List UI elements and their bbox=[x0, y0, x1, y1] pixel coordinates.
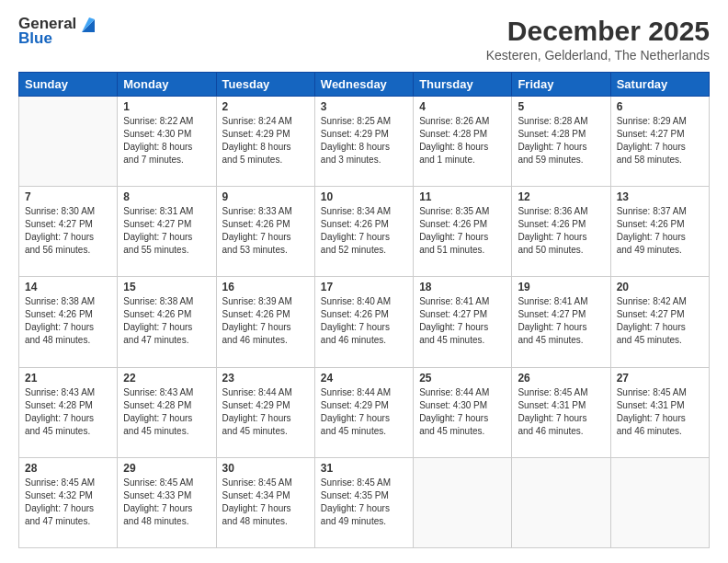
calendar-cell: 17Sunrise: 8:40 AM Sunset: 4:26 PM Dayli… bbox=[314, 277, 413, 367]
calendar-cell: 29Sunrise: 8:45 AM Sunset: 4:33 PM Dayli… bbox=[118, 457, 216, 547]
calendar-cell: 30Sunrise: 8:45 AM Sunset: 4:34 PM Dayli… bbox=[216, 457, 314, 547]
day-header-monday: Monday bbox=[118, 73, 216, 97]
day-info: Sunrise: 8:28 AM Sunset: 4:28 PM Dayligh… bbox=[518, 115, 604, 167]
day-header-tuesday: Tuesday bbox=[216, 73, 314, 97]
day-info: Sunrise: 8:43 AM Sunset: 4:28 PM Dayligh… bbox=[25, 386, 111, 438]
day-header-thursday: Thursday bbox=[414, 73, 512, 97]
logo-blue-text: Blue bbox=[18, 29, 52, 48]
day-number: 4 bbox=[419, 100, 506, 113]
main-title: December 2025 bbox=[486, 15, 710, 48]
day-number: 23 bbox=[222, 372, 309, 385]
day-info: Sunrise: 8:41 AM Sunset: 4:27 PM Dayligh… bbox=[419, 295, 506, 347]
logo: General Blue bbox=[18, 15, 95, 48]
day-number: 29 bbox=[123, 462, 210, 475]
day-info: Sunrise: 8:29 AM Sunset: 4:27 PM Dayligh… bbox=[617, 115, 703, 167]
calendar-cell bbox=[610, 457, 709, 547]
calendar-cell: 13Sunrise: 8:37 AM Sunset: 4:26 PM Dayli… bbox=[610, 187, 709, 277]
day-number: 9 bbox=[222, 190, 309, 203]
day-number: 13 bbox=[617, 190, 703, 203]
calendar-cell bbox=[512, 457, 610, 547]
day-info: Sunrise: 8:24 AM Sunset: 4:29 PM Dayligh… bbox=[222, 115, 309, 167]
calendar-week-row: 21Sunrise: 8:43 AM Sunset: 4:28 PM Dayli… bbox=[19, 367, 710, 457]
day-number: 12 bbox=[518, 190, 604, 203]
calendar-cell: 14Sunrise: 8:38 AM Sunset: 4:26 PM Dayli… bbox=[19, 277, 118, 367]
calendar-cell: 25Sunrise: 8:44 AM Sunset: 4:30 PM Dayli… bbox=[414, 367, 512, 457]
day-number: 10 bbox=[321, 190, 407, 203]
day-info: Sunrise: 8:33 AM Sunset: 4:26 PM Dayligh… bbox=[222, 205, 309, 257]
day-info: Sunrise: 8:43 AM Sunset: 4:28 PM Dayligh… bbox=[123, 386, 210, 438]
day-number: 27 bbox=[617, 372, 703, 385]
day-info: Sunrise: 8:45 AM Sunset: 4:31 PM Dayligh… bbox=[518, 386, 604, 438]
day-info: Sunrise: 8:37 AM Sunset: 4:26 PM Dayligh… bbox=[617, 205, 703, 257]
page: General Blue December 2025 Kesteren, Gel… bbox=[0, 0, 728, 563]
calendar-cell: 8Sunrise: 8:31 AM Sunset: 4:27 PM Daylig… bbox=[118, 187, 216, 277]
calendar-cell: 12Sunrise: 8:36 AM Sunset: 4:26 PM Dayli… bbox=[512, 187, 610, 277]
day-info: Sunrise: 8:36 AM Sunset: 4:26 PM Dayligh… bbox=[518, 205, 604, 257]
calendar-cell: 19Sunrise: 8:41 AM Sunset: 4:27 PM Dayli… bbox=[512, 277, 610, 367]
day-number: 18 bbox=[419, 281, 506, 293]
calendar-cell: 7Sunrise: 8:30 AM Sunset: 4:27 PM Daylig… bbox=[19, 187, 118, 277]
day-info: Sunrise: 8:41 AM Sunset: 4:27 PM Dayligh… bbox=[518, 295, 604, 347]
day-info: Sunrise: 8:44 AM Sunset: 4:30 PM Dayligh… bbox=[419, 386, 506, 438]
subtitle: Kesteren, Gelderland, The Netherlands bbox=[486, 48, 710, 63]
day-number: 11 bbox=[419, 190, 506, 203]
day-number: 5 bbox=[518, 100, 604, 113]
day-info: Sunrise: 8:35 AM Sunset: 4:26 PM Dayligh… bbox=[419, 205, 506, 257]
day-number: 8 bbox=[123, 190, 210, 203]
day-info: Sunrise: 8:44 AM Sunset: 4:29 PM Dayligh… bbox=[321, 386, 407, 438]
calendar-cell: 1Sunrise: 8:22 AM Sunset: 4:30 PM Daylig… bbox=[118, 97, 216, 187]
day-number: 17 bbox=[321, 281, 407, 293]
day-number: 28 bbox=[25, 462, 111, 475]
day-number: 16 bbox=[222, 281, 309, 293]
calendar-cell: 24Sunrise: 8:44 AM Sunset: 4:29 PM Dayli… bbox=[314, 367, 413, 457]
day-header-sunday: Sunday bbox=[19, 73, 118, 97]
day-info: Sunrise: 8:45 AM Sunset: 4:34 PM Dayligh… bbox=[222, 477, 309, 528]
calendar-cell: 22Sunrise: 8:43 AM Sunset: 4:28 PM Dayli… bbox=[118, 367, 216, 457]
header: General Blue December 2025 Kesteren, Gel… bbox=[18, 15, 710, 63]
day-info: Sunrise: 8:34 AM Sunset: 4:26 PM Dayligh… bbox=[321, 205, 407, 257]
calendar-week-row: 14Sunrise: 8:38 AM Sunset: 4:26 PM Dayli… bbox=[19, 277, 710, 367]
calendar-cell: 27Sunrise: 8:45 AM Sunset: 4:31 PM Dayli… bbox=[610, 367, 709, 457]
day-info: Sunrise: 8:39 AM Sunset: 4:26 PM Dayligh… bbox=[222, 295, 309, 347]
day-info: Sunrise: 8:38 AM Sunset: 4:26 PM Dayligh… bbox=[25, 295, 111, 347]
calendar-cell: 10Sunrise: 8:34 AM Sunset: 4:26 PM Dayli… bbox=[314, 187, 413, 277]
calendar-cell: 2Sunrise: 8:24 AM Sunset: 4:29 PM Daylig… bbox=[216, 97, 314, 187]
day-number: 24 bbox=[321, 372, 407, 385]
day-info: Sunrise: 8:30 AM Sunset: 4:27 PM Dayligh… bbox=[25, 205, 111, 257]
day-info: Sunrise: 8:26 AM Sunset: 4:28 PM Dayligh… bbox=[419, 115, 506, 167]
day-number: 31 bbox=[321, 462, 407, 475]
title-block: December 2025 Kesteren, Gelderland, The … bbox=[486, 15, 710, 63]
day-info: Sunrise: 8:45 AM Sunset: 4:33 PM Dayligh… bbox=[123, 477, 210, 528]
day-number: 22 bbox=[123, 372, 210, 385]
calendar-cell: 16Sunrise: 8:39 AM Sunset: 4:26 PM Dayli… bbox=[216, 277, 314, 367]
calendar-cell: 21Sunrise: 8:43 AM Sunset: 4:28 PM Dayli… bbox=[19, 367, 118, 457]
calendar-cell: 18Sunrise: 8:41 AM Sunset: 4:27 PM Dayli… bbox=[414, 277, 512, 367]
calendar-cell: 28Sunrise: 8:45 AM Sunset: 4:32 PM Dayli… bbox=[19, 457, 118, 547]
day-info: Sunrise: 8:22 AM Sunset: 4:30 PM Dayligh… bbox=[123, 115, 210, 167]
logo-wing-icon bbox=[78, 16, 95, 32]
calendar-cell bbox=[19, 97, 118, 187]
day-number: 2 bbox=[222, 100, 309, 113]
calendar-cell: 20Sunrise: 8:42 AM Sunset: 4:27 PM Dayli… bbox=[610, 277, 709, 367]
day-number: 6 bbox=[617, 100, 703, 113]
calendar-week-row: 28Sunrise: 8:45 AM Sunset: 4:32 PM Dayli… bbox=[19, 457, 710, 547]
day-number: 3 bbox=[321, 100, 407, 113]
day-header-friday: Friday bbox=[512, 73, 610, 97]
day-info: Sunrise: 8:44 AM Sunset: 4:29 PM Dayligh… bbox=[222, 386, 309, 438]
calendar-cell: 9Sunrise: 8:33 AM Sunset: 4:26 PM Daylig… bbox=[216, 187, 314, 277]
calendar-table: SundayMondayTuesdayWednesdayThursdayFrid… bbox=[18, 72, 710, 548]
calendar-cell: 5Sunrise: 8:28 AM Sunset: 4:28 PM Daylig… bbox=[512, 97, 610, 187]
day-number: 30 bbox=[222, 462, 309, 475]
day-info: Sunrise: 8:40 AM Sunset: 4:26 PM Dayligh… bbox=[321, 295, 407, 347]
day-info: Sunrise: 8:45 AM Sunset: 4:35 PM Dayligh… bbox=[321, 477, 407, 528]
calendar-cell: 15Sunrise: 8:38 AM Sunset: 4:26 PM Dayli… bbox=[118, 277, 216, 367]
day-number: 26 bbox=[518, 372, 604, 385]
calendar-cell: 4Sunrise: 8:26 AM Sunset: 4:28 PM Daylig… bbox=[414, 97, 512, 187]
day-info: Sunrise: 8:45 AM Sunset: 4:32 PM Dayligh… bbox=[25, 477, 111, 528]
day-number: 25 bbox=[419, 372, 506, 385]
calendar-cell: 11Sunrise: 8:35 AM Sunset: 4:26 PM Dayli… bbox=[414, 187, 512, 277]
day-header-saturday: Saturday bbox=[610, 73, 709, 97]
day-number: 1 bbox=[123, 100, 210, 113]
calendar-cell: 3Sunrise: 8:25 AM Sunset: 4:29 PM Daylig… bbox=[314, 97, 413, 187]
day-number: 14 bbox=[25, 281, 111, 293]
